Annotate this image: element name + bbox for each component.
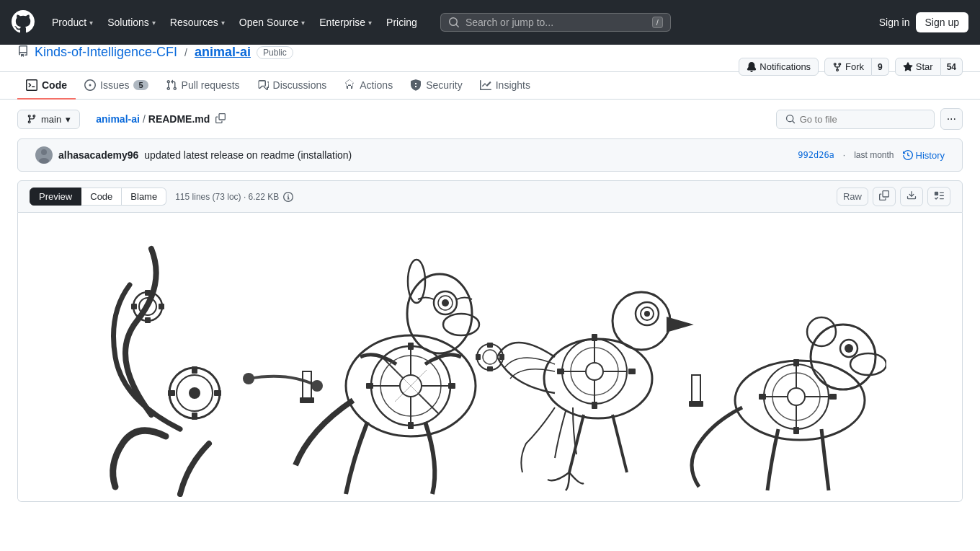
fork-icon [832,62,842,72]
issues-badge: 5 [133,80,148,90]
svg-point-1 [39,158,49,164]
notifications-button[interactable]: Notifications [739,58,819,76]
svg-point-11 [189,387,200,399]
content-toolbar: Preview Code Blame 115 lines (73 loc) · … [17,180,963,213]
readme-image [18,213,962,501]
tab-code[interactable]: Code [17,72,76,100]
commit-info: alhasacademy96 updated latest release on… [35,146,352,164]
svg-rect-74 [487,366,493,371]
svg-rect-12 [192,366,197,374]
repo-owner: Kinds-of-Intelligence-CFI [35,45,177,60]
file-content [17,213,963,502]
chevron-down-icon: ▾ [66,114,71,125]
svg-rect-78 [300,397,314,403]
search-icon [448,17,460,28]
svg-point-69 [243,373,254,384]
svg-rect-32 [408,343,414,350]
svg-rect-5 [145,290,151,296]
content-actions: Raw [837,187,950,206]
svg-rect-48 [592,334,597,341]
repo-name[interactable]: animal-ai [195,45,251,60]
insights-icon [480,79,491,91]
tab-security[interactable]: Security [401,72,471,100]
signin-button[interactable]: Sign in [879,17,910,28]
fork-count[interactable]: 9 [872,58,889,76]
file-path-area: main ▾ animal-ai / README.md [17,110,228,129]
code-button[interactable]: Code [81,188,122,206]
nav-enterprise[interactable]: Enterprise ▾ [313,12,378,32]
nav-pricing[interactable]: Pricing [380,12,423,32]
code-icon [26,79,37,91]
more-options-button[interactable]: ··· [940,108,963,130]
issue-icon [84,79,96,91]
search-input[interactable] [466,17,646,28]
tab-pull-requests[interactable]: Pull requests [157,72,249,100]
preview-button[interactable]: Preview [30,188,81,206]
star-button[interactable]: Star [895,58,941,76]
search-box[interactable]: / [440,13,671,32]
nav-resources[interactable]: Resources ▾ [164,12,231,32]
copy-icon [879,190,889,200]
chevron-down-icon: ▾ [152,19,156,27]
nav-product[interactable]: Product ▾ [46,12,99,32]
download-button[interactable] [900,187,923,206]
file-path-repo-link[interactable]: animal-ai [96,113,140,125]
copy-button[interactable] [873,187,896,206]
steampunk-animals-svg [94,213,886,501]
svg-rect-68 [829,394,837,400]
search-icon [785,114,796,124]
file-path-current: README.md [148,113,210,125]
commit-author: alhasacademy96 [58,149,138,161]
branch-selector[interactable]: main ▾ [17,110,80,129]
svg-rect-50 [557,369,564,374]
history-button[interactable]: History [903,150,945,161]
actions-icon [344,79,355,91]
svg-rect-33 [408,422,414,429]
history-icon [903,150,913,160]
tab-actions[interactable]: Actions [335,72,401,100]
svg-rect-7 [131,304,137,309]
svg-rect-66 [793,427,799,434]
file-path-separator: / [143,113,146,125]
svg-rect-51 [628,369,636,374]
header-actions: Sign in Sign up [879,12,968,32]
svg-rect-14 [168,390,175,396]
raw-button[interactable]: Raw [837,188,868,206]
commit-bar: alhasacademy96 updated latest release on… [17,138,963,172]
goto-file-input[interactable] [776,110,935,129]
header-search: / [440,13,671,32]
blame-button[interactable]: Blame [122,188,166,206]
chevron-down-icon: ▾ [301,19,305,27]
github-logo[interactable] [12,10,35,35]
tab-insights[interactable]: Insights [471,72,539,100]
tab-discussions[interactable]: Discussions [249,72,336,100]
goto-file-text[interactable] [800,114,925,125]
pr-icon [166,79,177,91]
copy-path-button[interactable] [213,112,228,127]
tab-issues[interactable]: Issues 5 [76,72,157,100]
list-button[interactable] [927,187,950,206]
signup-button[interactable]: Sign up [916,12,968,32]
svg-rect-8 [159,304,164,309]
commit-hash[interactable]: 992d26a [798,150,834,160]
nav-solutions[interactable]: Solutions ▾ [102,12,161,32]
bell-icon [747,62,757,72]
svg-rect-34 [366,383,373,389]
list-icon [934,190,944,200]
discussion-icon [257,79,269,91]
svg-rect-13 [192,413,197,420]
security-icon [410,79,422,91]
main-header: Product ▾ Solutions ▾ Resources ▾ Open S… [0,0,980,45]
commit-meta: 992d26a · last month History [798,150,945,161]
nav-open-source[interactable]: Open Source ▾ [233,12,311,32]
fork-button[interactable]: Fork [824,58,872,76]
file-toolbar-right: ··· [776,108,963,130]
content-toolbar-left: Preview Code Blame 115 lines (73 loc) · … [30,188,293,206]
star-count[interactable]: 54 [941,58,963,76]
search-shortcut-badge: / [652,17,663,28]
file-info-button[interactable] [283,192,293,202]
svg-point-57 [845,344,853,353]
main-nav: Product ▾ Solutions ▾ Resources ▾ Open S… [46,12,423,32]
svg-point-40 [644,311,650,317]
commit-dot-separator: · [843,150,845,160]
